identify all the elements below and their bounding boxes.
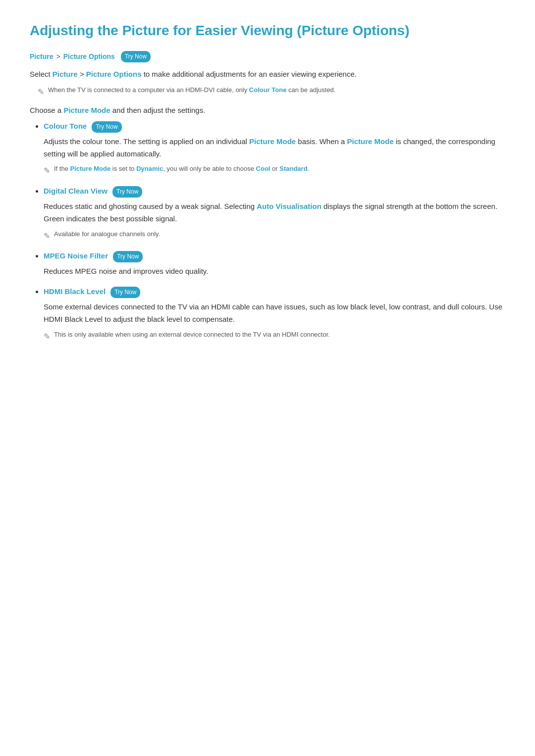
ct-subnote-link4[interactable]: Standard bbox=[279, 165, 307, 172]
list-item-hdmi-black-level: HDMI Black Level Try Now Some external d… bbox=[44, 286, 505, 343]
auto-visualisation-link[interactable]: Auto Visualisation bbox=[257, 202, 321, 210]
breadcrumb-picture-options[interactable]: Picture Options bbox=[63, 51, 115, 62]
hdmi-black-level-subnote-text: This is only available when using an ext… bbox=[54, 330, 330, 340]
intro-text-after: to make additional adjustments for an ea… bbox=[142, 70, 357, 78]
mpeg-noise-filter-body: Reduces MPEG noise and improves video qu… bbox=[44, 265, 505, 278]
colour-tone-picture-mode-link1[interactable]: Picture Mode bbox=[249, 137, 296, 146]
settings-list: Colour Tone Try Now Adjusts the colour t… bbox=[30, 120, 505, 343]
hdmi-black-level-subnote: ✎ This is only available when using an e… bbox=[44, 330, 505, 343]
list-item-colour-tone: Colour Tone Try Now Adjusts the colour t… bbox=[44, 120, 505, 177]
note-hdmi-dvi: ✎ When the TV is connected to a computer… bbox=[38, 85, 505, 99]
hdmi-black-level-body: Some external devices connected to the T… bbox=[44, 301, 505, 326]
ct-subnote-link3[interactable]: Cool bbox=[256, 165, 270, 172]
choose-picture-mode-link[interactable]: Picture Mode bbox=[63, 106, 110, 114]
breadcrumb-try-now-badge[interactable]: Try Now bbox=[121, 51, 151, 62]
intro-text-before: Select bbox=[30, 70, 53, 78]
list-item-mpeg-noise-filter: MPEG Noise Filter Try Now Reduces MPEG n… bbox=[44, 250, 505, 278]
intro-paragraph: Select Picture > Picture Options to make… bbox=[30, 68, 505, 80]
colour-tone-subnote-text: If the Picture Mode is set to Dynamic, y… bbox=[54, 164, 309, 174]
mpeg-noise-filter-heading: MPEG Noise Filter bbox=[44, 252, 108, 260]
intro-link-picture-options[interactable]: Picture Options bbox=[86, 70, 142, 78]
breadcrumb: Picture > Picture Options Try Now bbox=[30, 51, 505, 62]
colour-tone-try-now[interactable]: Try Now bbox=[92, 121, 121, 133]
note-hdmi-dvi-text: When the TV is connected to a computer v… bbox=[48, 85, 335, 95]
pencil-icon-colour-tone: ✎ bbox=[44, 164, 50, 177]
digital-clean-view-subnote-text: Available for analogue channels only. bbox=[54, 229, 160, 239]
intro-separator: > bbox=[78, 70, 86, 78]
list-item-digital-clean-view: Digital Clean View Try Now Reduces stati… bbox=[44, 185, 505, 242]
page-title: Adjusting the Picture for Easier Viewing… bbox=[30, 20, 505, 42]
mpeg-noise-filter-try-now[interactable]: Try Now bbox=[113, 251, 143, 262]
breadcrumb-separator: > bbox=[56, 51, 60, 62]
hdmi-black-level-try-now[interactable]: Try Now bbox=[110, 287, 140, 298]
hdmi-black-level-heading: HDMI Black Level bbox=[44, 287, 106, 296]
ct-subnote-link1[interactable]: Picture Mode bbox=[70, 165, 111, 172]
breadcrumb-picture[interactable]: Picture bbox=[30, 51, 53, 62]
intro-link-picture[interactable]: Picture bbox=[53, 70, 78, 78]
colour-tone-subnote: ✎ If the Picture Mode is set to Dynamic,… bbox=[44, 164, 505, 177]
digital-clean-view-subnote: ✎ Available for analogue channels only. bbox=[44, 229, 505, 243]
pencil-icon-dcv: ✎ bbox=[44, 230, 50, 243]
note-colour-tone-link[interactable]: Colour Tone bbox=[249, 86, 287, 94]
digital-clean-view-try-now[interactable]: Try Now bbox=[112, 186, 142, 198]
colour-tone-body: Adjusts the colour tone. The setting is … bbox=[44, 136, 505, 160]
colour-tone-picture-mode-link2[interactable]: Picture Mode bbox=[347, 137, 394, 146]
choose-paragraph: Choose a Picture Mode and then adjust th… bbox=[30, 104, 505, 116]
colour-tone-heading: Colour Tone bbox=[44, 122, 87, 130]
pencil-icon: ✎ bbox=[38, 86, 44, 99]
pencil-icon-hdmi: ✎ bbox=[44, 330, 50, 343]
digital-clean-view-body: Reduces static and ghosting caused by a … bbox=[44, 201, 505, 225]
ct-subnote-link2[interactable]: Dynamic bbox=[136, 165, 163, 172]
digital-clean-view-heading: Digital Clean View bbox=[44, 187, 107, 195]
